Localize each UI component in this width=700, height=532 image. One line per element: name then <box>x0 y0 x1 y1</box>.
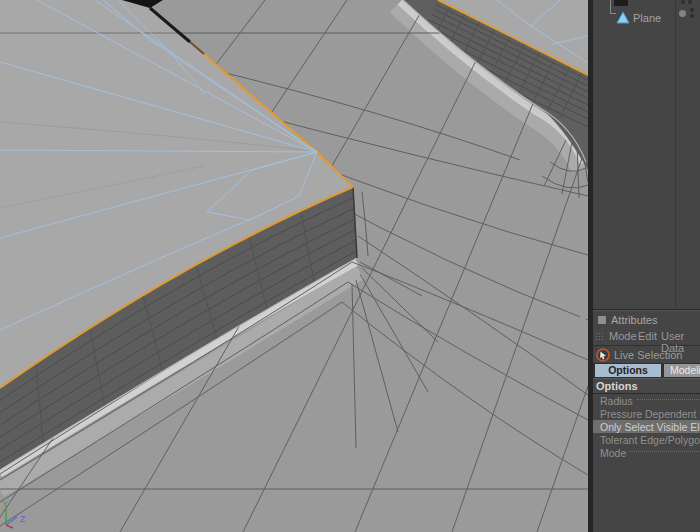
tab-modeling[interactable]: Modeling <box>664 364 700 377</box>
om-column-separator <box>675 0 676 309</box>
axis-y-label: Y <box>2 499 8 509</box>
attributes-manager: Attributes Mode Edit User Data Live Sele… <box>593 310 700 459</box>
param-row-pressure-dependent-radius[interactable]: Pressure Dependent Radius <box>593 407 700 420</box>
object-row-plane[interactable]: Plane <box>593 6 700 21</box>
param-row-mode[interactable]: Mode <box>593 446 700 459</box>
plane-object-icon[interactable] <box>616 11 630 25</box>
param-row-tolerant-edge-polygon-selection[interactable]: Tolerant Edge/Polygon Selection <box>593 433 700 446</box>
attributes-menubar: Mode Edit User Data <box>593 329 700 346</box>
panel-collapse-arrow[interactable] <box>578 312 587 323</box>
tab-options[interactable]: Options <box>595 364 661 377</box>
grip-icon[interactable] <box>595 332 605 342</box>
cinema4d-window: Y Z Plane <box>0 0 700 532</box>
param-row-only-select-visible-elements[interactable]: Only Select Visible Elements <box>593 420 700 433</box>
menu-edit[interactable]: Edit <box>638 330 657 342</box>
active-tool-name: Live Selection <box>614 349 683 361</box>
object-label[interactable]: Plane <box>633 12 661 24</box>
panel-square-icon <box>598 316 606 324</box>
attributes-tabs: Options Modeling <box>593 363 700 378</box>
attributes-title: Attributes <box>611 314 657 326</box>
viewport-3d[interactable]: Y Z <box>0 0 588 532</box>
menu-mode[interactable]: Mode <box>609 330 637 342</box>
visibility-dot[interactable] <box>688 0 692 4</box>
visibility-dot[interactable] <box>681 0 685 4</box>
options-section-header[interactable]: Options <box>593 378 700 394</box>
object-manager: Plane <box>593 0 700 310</box>
attributes-header: Attributes <box>593 310 700 329</box>
layer-dot[interactable] <box>679 10 686 17</box>
param-row-radius[interactable]: Radius <box>593 394 700 407</box>
right-panel: Plane Attributes Mode Edit User Data <box>593 0 700 532</box>
active-tool-row: Live Selection <box>593 346 700 363</box>
visibility-dot-top[interactable] <box>690 8 694 12</box>
live-selection-icon <box>595 347 611 363</box>
visibility-dot-bottom[interactable] <box>690 14 694 18</box>
axis-z-label: Z <box>20 514 26 524</box>
